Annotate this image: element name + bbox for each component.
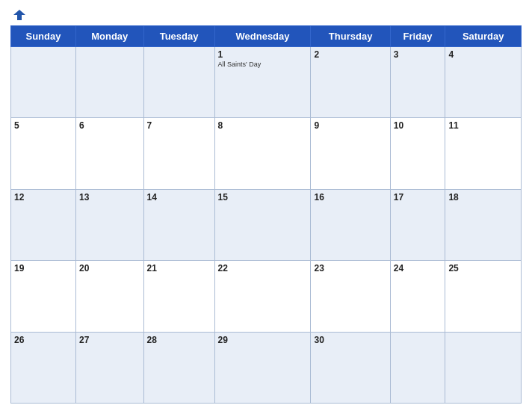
calendar-cell: 10 (390, 118, 445, 189)
weekday-header-sunday: Sunday (11, 26, 76, 47)
calendar-week-row: 19202122232425 (11, 261, 522, 332)
day-number: 7 (147, 120, 211, 131)
day-number: 18 (448, 192, 518, 203)
calendar-cell: 19 (11, 261, 76, 332)
calendar-week-row: 567891011 (11, 118, 522, 189)
calendar-cell: 12 (11, 189, 76, 260)
day-number: 24 (394, 263, 442, 274)
calendar-cell: 17 (390, 189, 445, 260)
calendar-cell: 5 (11, 118, 76, 189)
calendar-cell (11, 47, 76, 118)
calendar-table: SundayMondayTuesdayWednesdayThursdayFrid… (10, 25, 522, 404)
calendar-cell: 21 (143, 261, 214, 332)
calendar-cell: 30 (311, 332, 390, 403)
logo-blue-text (12, 7, 28, 22)
calendar-cell: 4 (445, 47, 522, 118)
day-number: 3 (394, 49, 442, 60)
day-number: 30 (314, 335, 386, 345)
day-number: 29 (218, 335, 308, 345)
weekday-header-row: SundayMondayTuesdayWednesdayThursdayFrid… (11, 26, 522, 47)
calendar-page: SundayMondayTuesdayWednesdayThursdayFrid… (0, 0, 532, 411)
day-number: 1 (218, 49, 308, 60)
day-number: 4 (448, 49, 518, 60)
calendar-cell: 27 (75, 332, 143, 403)
calendar-cell: 29 (214, 332, 311, 403)
day-number: 28 (147, 335, 211, 345)
calendar-cell: 18 (445, 189, 522, 260)
day-number: 17 (394, 192, 442, 203)
day-number: 2 (314, 49, 386, 60)
calendar-week-row: 2627282930 (11, 332, 522, 403)
calendar-cell (445, 332, 522, 403)
calendar-cell: 25 (445, 261, 522, 332)
calendar-cell: 8 (214, 118, 311, 189)
calendar-cell: 9 (311, 118, 390, 189)
calendar-cell: 28 (143, 332, 214, 403)
calendar-cell: 23 (311, 261, 390, 332)
day-number: 11 (448, 120, 518, 131)
weekday-header-saturday: Saturday (445, 26, 522, 47)
calendar-cell: 22 (214, 261, 311, 332)
day-number: 10 (394, 120, 442, 131)
calendar-cell (75, 47, 143, 118)
day-number: 8 (218, 120, 308, 131)
day-number: 16 (314, 192, 386, 203)
calendar-cell (390, 332, 445, 403)
calendar-cell: 3 (390, 47, 445, 118)
calendar-cell: 2 (311, 47, 390, 118)
weekday-header-wednesday: Wednesday (214, 26, 311, 47)
day-number: 20 (79, 263, 140, 274)
day-number: 6 (79, 120, 140, 131)
weekday-header-thursday: Thursday (311, 26, 390, 47)
calendar-cell: 20 (75, 261, 143, 332)
day-number: 14 (147, 192, 211, 203)
calendar-cell: 16 (311, 189, 390, 260)
svg-marker-0 (13, 10, 25, 20)
weekday-header-tuesday: Tuesday (143, 26, 214, 47)
weekday-header-monday: Monday (75, 26, 143, 47)
day-number: 15 (218, 192, 308, 203)
event-label: All Saints' Day (218, 61, 308, 69)
calendar-cell: 13 (75, 189, 143, 260)
day-number: 12 (14, 192, 72, 203)
day-number: 25 (448, 263, 518, 274)
calendar-cell: 24 (390, 261, 445, 332)
weekday-header-friday: Friday (390, 26, 445, 47)
calendar-week-row: 12131415161718 (11, 189, 522, 260)
day-number: 13 (79, 192, 140, 203)
calendar-cell: 1All Saints' Day (214, 47, 311, 118)
calendar-cell (143, 47, 214, 118)
day-number: 19 (14, 263, 72, 274)
day-number: 23 (314, 263, 386, 274)
logo-bird-icon (12, 7, 27, 22)
calendar-cell: 26 (11, 332, 76, 403)
day-number: 21 (147, 263, 211, 274)
day-number: 9 (314, 120, 386, 131)
calendar-cell: 11 (445, 118, 522, 189)
calendar-cell: 15 (214, 189, 311, 260)
day-number: 22 (218, 263, 308, 274)
day-number: 5 (14, 120, 72, 131)
calendar-cell: 6 (75, 118, 143, 189)
logo (12, 7, 28, 22)
day-number: 26 (14, 335, 72, 345)
calendar-cell: 14 (143, 189, 214, 260)
calendar-week-row: 1All Saints' Day234 (11, 47, 522, 118)
day-number: 27 (79, 335, 140, 345)
calendar-cell: 7 (143, 118, 214, 189)
calendar-header (10, 7, 522, 22)
